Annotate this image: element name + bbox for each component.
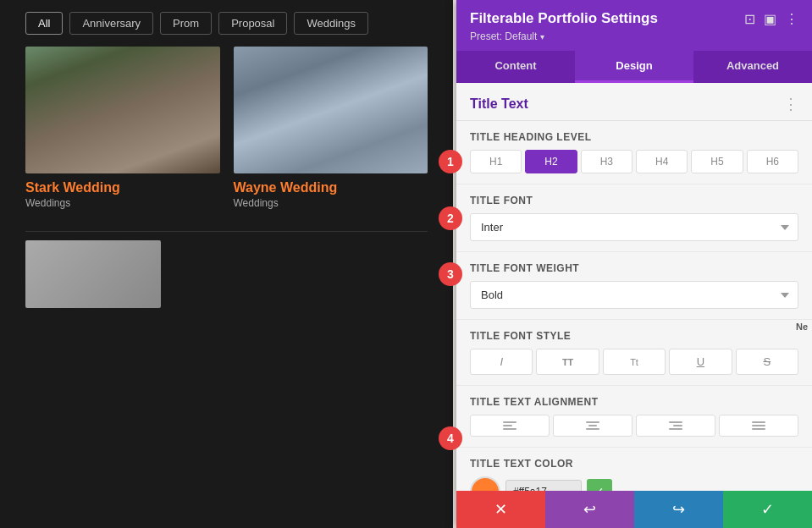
color-swatch[interactable] bbox=[470, 476, 500, 491]
style-uppercase[interactable]: TT bbox=[536, 349, 599, 375]
panel-title: Filterable Portfolio Settings bbox=[470, 10, 658, 27]
ne-label: Ne bbox=[796, 322, 808, 332]
item-category-1: Weddings bbox=[25, 197, 220, 209]
heading-h2[interactable]: H2 bbox=[525, 150, 577, 173]
align-right[interactable] bbox=[636, 415, 715, 437]
portfolio-item-1: Stark Wedding Weddings bbox=[25, 47, 227, 223]
couple-image-1 bbox=[25, 47, 220, 173]
panel-body: Title Text ⋮ Title Heading Level H1 H2 H… bbox=[456, 83, 812, 491]
text-color-label: Title Text Color bbox=[470, 458, 798, 470]
text-alignment-group: Title Text Alignment bbox=[456, 386, 812, 448]
filter-anniversary[interactable]: Anniversary bbox=[69, 12, 153, 35]
settings-panel: Filterable Portfolio Settings ⊡ ▣ ⋮ Pres… bbox=[456, 0, 812, 528]
tab-advanced[interactable]: Advanced bbox=[693, 51, 812, 83]
align-left[interactable] bbox=[470, 415, 550, 437]
heading-level-buttons: H1 H2 H3 H4 H5 H6 bbox=[470, 150, 798, 173]
text-color-section: Title Text Color ✓ bbox=[456, 448, 812, 491]
more-icon[interactable]: ⋮ bbox=[785, 11, 798, 27]
font-weight-select[interactable]: Bold bbox=[470, 281, 798, 309]
font-style-label: Title Font Style bbox=[470, 330, 798, 342]
text-alignment-label: Title Text Alignment bbox=[470, 396, 798, 408]
divider bbox=[25, 231, 428, 232]
font-weight-label: Title Font Weight bbox=[470, 262, 798, 274]
font-weight-group: Title Font Weight Bold bbox=[456, 252, 812, 320]
heading-h6[interactable]: H6 bbox=[747, 150, 798, 173]
font-group: Title Font Inter bbox=[456, 184, 812, 252]
portfolio-grid: Stark Wedding Weddings Wayne Wedding Wed… bbox=[0, 47, 453, 223]
redo-button[interactable]: ↪ bbox=[634, 491, 723, 528]
filter-all[interactable]: All bbox=[25, 12, 63, 35]
step-1: 1 bbox=[439, 150, 462, 173]
portfolio-item-2: Wayne Wedding Weddings bbox=[227, 47, 428, 223]
heading-h5[interactable]: H5 bbox=[691, 150, 743, 173]
font-style-group: Title Font Style I TT Tt U S bbox=[456, 320, 812, 386]
main-content-area: All Anniversary Prom Proposal Weddings S… bbox=[0, 0, 453, 528]
color-hex-field[interactable] bbox=[505, 480, 582, 491]
portfolio-img-1 bbox=[25, 47, 220, 173]
font-style-buttons: I TT Tt U S bbox=[470, 349, 798, 375]
tab-design[interactable]: Design bbox=[575, 51, 693, 83]
header-icons: ⊡ ▣ ⋮ bbox=[744, 11, 798, 27]
section-more-icon[interactable]: ⋮ bbox=[783, 95, 798, 113]
heading-level-group: Title Heading Level H1 H2 H3 H4 H5 H6 bbox=[456, 121, 812, 184]
color-confirm-button[interactable]: ✓ bbox=[587, 479, 612, 491]
font-select[interactable]: Inter bbox=[470, 213, 798, 241]
filter-bar: All Anniversary Prom Proposal Weddings bbox=[0, 0, 453, 47]
tab-content[interactable]: Content bbox=[456, 51, 575, 83]
cancel-button[interactable]: ✕ bbox=[456, 491, 545, 528]
layout-icon[interactable]: ▣ bbox=[764, 11, 776, 27]
alignment-buttons bbox=[470, 415, 798, 437]
step-4: 4 bbox=[439, 426, 462, 450]
panel-tabs: Content Design Advanced bbox=[456, 51, 812, 83]
color-input-row: ✓ bbox=[470, 476, 798, 491]
section-title: Title Text bbox=[470, 96, 528, 112]
preset-label: Preset: Default bbox=[470, 30, 537, 42]
item-category-2: Weddings bbox=[234, 197, 428, 209]
step-2: 2 bbox=[439, 206, 462, 230]
font-label: Title Font bbox=[470, 195, 798, 206]
style-capitalize[interactable]: Tt bbox=[603, 349, 666, 375]
heading-level-label: Title Heading Level bbox=[470, 131, 798, 143]
couple-image-2 bbox=[234, 47, 428, 173]
preset-arrow-icon: ▾ bbox=[540, 32, 544, 41]
filter-proposal[interactable]: Proposal bbox=[218, 12, 287, 35]
item-title-1: Stark Wedding bbox=[25, 180, 220, 195]
style-underline[interactable]: U bbox=[669, 349, 732, 375]
style-strikethrough[interactable]: S bbox=[736, 349, 798, 375]
heading-h4[interactable]: H4 bbox=[636, 150, 688, 173]
heading-h3[interactable]: H3 bbox=[581, 150, 632, 173]
panel-header: Filterable Portfolio Settings ⊡ ▣ ⋮ Pres… bbox=[456, 0, 812, 51]
preset-row: Preset: Default ▾ bbox=[470, 27, 798, 51]
fullscreen-icon[interactable]: ⊡ bbox=[744, 11, 755, 27]
section-title-row: Title Text ⋮ bbox=[456, 83, 812, 121]
heading-h1[interactable]: H1 bbox=[470, 150, 522, 173]
save-button[interactable]: ✓ bbox=[723, 491, 812, 528]
undo-button[interactable]: ↩ bbox=[545, 491, 634, 528]
style-italic[interactable]: I bbox=[470, 349, 533, 375]
align-center[interactable] bbox=[553, 415, 632, 437]
step-3: 3 bbox=[439, 262, 462, 286]
item-title-2: Wayne Wedding bbox=[234, 180, 428, 195]
portfolio-img-2 bbox=[234, 47, 428, 173]
filter-weddings[interactable]: Weddings bbox=[294, 12, 368, 35]
align-justify[interactable] bbox=[719, 415, 798, 437]
action-bar: ✕ ↩ ↪ ✓ bbox=[456, 491, 812, 528]
filter-prom[interactable]: Prom bbox=[160, 12, 212, 35]
bottom-thumbnail bbox=[25, 240, 161, 308]
